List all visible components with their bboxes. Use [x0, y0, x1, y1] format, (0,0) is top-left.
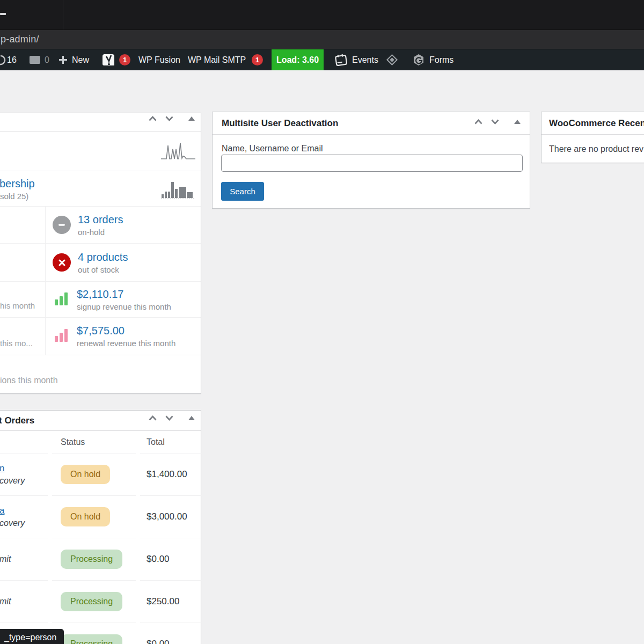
signup-revenue-label: signup revenue this month — [77, 302, 171, 311]
diamond-plugin-icon[interactable] — [385, 49, 399, 70]
onhold-orders-label: on-hold — [78, 228, 123, 237]
updates-count[interactable]: 16 — [7, 49, 17, 70]
membership-sold-count: (sold 25) — [0, 192, 35, 201]
plus-icon — [59, 56, 67, 64]
gravity-forms-icon — [413, 54, 425, 66]
renewal-revenue-label: renewal revenue this month — [77, 339, 175, 348]
order-total: $250.00 — [140, 580, 203, 623]
order-link[interactable]: a — [0, 506, 4, 516]
reviews-widget-title: WooCommerce Recent — [549, 118, 644, 129]
orders-widget-header[interactable]: t Orders — [0, 411, 201, 431]
dashboard-content: bership (sold 25) — [0, 70, 644, 644]
store-stats-widget: bership (sold 25) — [0, 113, 201, 394]
new-content-item[interactable]: New — [59, 49, 89, 70]
move-down-icon[interactable] — [165, 116, 173, 121]
green-bars-icon — [55, 292, 70, 308]
stats-row-membership: bership (sold 25) — [0, 171, 201, 206]
url-text[interactable]: p-admin/ — [1, 34, 39, 45]
wp-admin-bar: 16 0 New 1 WP Fusion WP Mail SMTP 1 Load… — [0, 49, 644, 70]
sales-line-sparkline — [160, 139, 196, 162]
collapse-toggle-icon[interactable] — [514, 120, 521, 124]
yoast-icon — [103, 53, 116, 67]
order-row: n covery On hold $1,400.00 — [0, 453, 201, 495]
window-chrome — [0, 0, 644, 30]
wp-mail-smtp-item[interactable]: WP Mail SMTP 1 — [188, 49, 263, 70]
comments-icon — [30, 56, 40, 64]
comments-item[interactable]: 0 — [30, 49, 49, 70]
stats-row-sales-sparkline — [0, 131, 201, 171]
move-down-icon[interactable] — [491, 119, 499, 125]
browser-url-bar[interactable]: p-admin/ — [0, 30, 644, 49]
move-up-icon[interactable] — [474, 119, 482, 125]
events-item[interactable]: Events — [335, 49, 378, 70]
search-field-label: Name, Username or Email — [222, 144, 323, 153]
pink-bars-icon — [55, 328, 70, 344]
orders-table: Status Total n covery On hold $1,400.00 … — [0, 431, 201, 644]
order-sub-fragment: covery — [0, 476, 48, 486]
wp-fusion-item[interactable]: WP Fusion — [138, 49, 180, 70]
collapse-toggle-icon[interactable] — [188, 416, 195, 420]
x-circle-icon — [53, 253, 71, 272]
membership-bar-sparkline — [160, 177, 196, 201]
order-sub-fragment: mit — [0, 597, 48, 606]
stats-row-signup-revenue: his month $2,110.17 signup revenue this … — [0, 281, 201, 317]
window-title-fragment — [0, 13, 6, 15]
left-stat-fragment: his month — [0, 301, 35, 310]
recent-reviews-widget: WooCommerce Recent There are no product … — [541, 112, 644, 163]
updates-icon[interactable] — [0, 49, 7, 70]
wp-mail-smtp-badge: 1 — [252, 54, 263, 65]
total-column-header: Total — [140, 431, 203, 453]
screen: p-admin/ 16 0 New 1 WP Fusion WP Mail SM… — [0, 0, 644, 644]
forms-item[interactable]: Forms — [413, 49, 453, 70]
orders-table-header: Status Total — [0, 431, 201, 453]
order-row: mit Processing $0.00 — [0, 538, 201, 580]
stats-row-out-of-stock: 4 products out of stock — [0, 243, 201, 281]
onhold-orders-link[interactable]: 13 orders — [78, 214, 123, 225]
status-column-header: Status — [52, 431, 136, 453]
order-total: $1,400.00 — [140, 453, 203, 495]
order-link[interactable]: n — [0, 463, 4, 474]
renewal-revenue-link[interactable]: $7,575.00 — [77, 325, 125, 336]
order-row: a covery On hold $3,000.00 — [0, 495, 201, 538]
yoast-notification-badge: 1 — [119, 54, 130, 65]
order-total: $0.00 — [140, 538, 203, 580]
order-sub-fragment: mit — [0, 554, 48, 564]
move-up-icon[interactable] — [149, 415, 157, 421]
collapse-toggle-icon[interactable] — [188, 116, 195, 121]
status-badge: On hold — [61, 465, 110, 484]
multisite-widget-title: Multisite User Deactivation — [222, 118, 338, 129]
order-row: mit Processing $250.00 — [0, 580, 201, 623]
status-badge: Processing — [61, 550, 122, 569]
status-badge: Processing — [61, 634, 122, 644]
minus-circle-icon — [53, 216, 71, 234]
cancellations-fragment: ions this month — [0, 376, 58, 385]
recent-orders-widget: t Orders Status Total n covery — [0, 410, 201, 644]
move-up-icon[interactable] — [149, 116, 157, 121]
multisite-user-deactivation-widget: Multisite User Deactivation Name, Userna… — [212, 112, 530, 209]
orders-widget-title: t Orders — [0, 415, 34, 426]
out-of-stock-label: out of stock — [78, 265, 128, 274]
stats-row-renewal-revenue: this mo... $7,575.00 renewal revenue thi… — [0, 317, 201, 355]
server-load-indicator[interactable]: Load: 3.60 — [272, 49, 324, 70]
search-button[interactable]: Search — [221, 182, 264, 201]
move-down-icon[interactable] — [165, 415, 173, 421]
status-badge: On hold — [61, 507, 110, 526]
tab-divider — [63, 0, 63, 30]
order-total: $3,000.00 — [140, 495, 203, 538]
yoast-item[interactable]: 1 — [103, 49, 130, 70]
order-sub-fragment: covery — [0, 518, 48, 528]
calendar-icon — [334, 53, 348, 67]
out-of-stock-link[interactable]: 4 products — [78, 251, 128, 263]
left-stat-fragment: this mo... — [0, 339, 33, 348]
reviews-widget-header[interactable]: WooCommerce Recent — [541, 112, 644, 135]
stats-footer-row — [0, 355, 201, 394]
order-total: $0.00 — [140, 623, 203, 644]
status-badge: Processing — [61, 592, 122, 611]
no-reviews-message: There are no product rev — [541, 135, 644, 154]
user-search-input[interactable] — [221, 155, 523, 172]
link-preview-tooltip: _type=person — [0, 629, 64, 644]
membership-product-link[interactable]: bership — [0, 178, 35, 190]
stats-row-onhold-orders: 13 orders on-hold — [0, 206, 201, 243]
signup-revenue-link[interactable]: $2,110.17 — [77, 288, 124, 300]
